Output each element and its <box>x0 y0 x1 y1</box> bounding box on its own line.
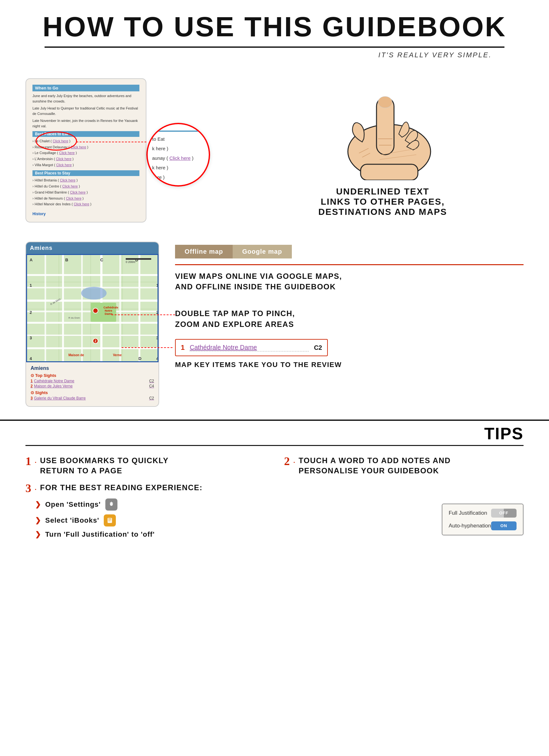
place-eat-4[interactable]: › L'Ambroisin ( Click here ) <box>32 156 139 162</box>
place-eat-2[interactable]: › Restaurant Delaunay ( Click here ) <box>32 144 139 150</box>
place-stay-4[interactable]: › Hôtel de Nemours ( Click here ) <box>32 195 139 201</box>
tips-divider <box>25 445 524 446</box>
subtitle: IT'S REALLY VERY SIMPLE. <box>19 51 530 59</box>
tips-title: TIPS <box>25 424 524 445</box>
place-stay-2[interactable]: › Hôtel du Centre ( Click here ) <box>32 183 139 189</box>
svg-text:3: 3 <box>156 336 158 340</box>
tip-3-text: FOR THE BEST READING EXPERIENCE: <box>40 483 203 493</box>
tip-1: 1 . USE BOOKMARKS TO QUICKLYRETURN TO A … <box>25 456 265 476</box>
place-eat-5[interactable]: › Villa Margot ( Click here ) <box>32 162 139 168</box>
map-image-area[interactable]: 1 2 A B C D 1 2 3 4 1 2 3 4 D <box>26 254 158 362</box>
tip-2-row: 2 . TOUCH A WORD TO ADD NOTES ANDPERSONA… <box>284 456 524 476</box>
svg-rect-63 <box>108 521 110 521</box>
svg-text:R du Dom: R du Dom <box>68 316 80 319</box>
hand-section: UNDERLINED TEXT LINKS TO OTHER PAGES, DE… <box>242 78 524 217</box>
svg-rect-61 <box>108 519 111 519</box>
key-coord: C2 <box>314 344 322 351</box>
tips-section: TIPS 1 . USE BOOKMARKS TO QUICKLYRETURN … <box>0 420 549 545</box>
svg-text:1: 1 <box>156 283 158 288</box>
best-stay-title: Best Places to Stay <box>32 170 139 176</box>
tip-3-sub-text-1: Open 'Settings' <box>45 500 101 509</box>
sight-item-1[interactable]: 1Cathédrale Notre Dame C2 <box>31 379 154 383</box>
map-phone-mock: Amiens <box>25 242 159 407</box>
hand-illustration <box>306 78 459 180</box>
tip-3-number: 3 <box>25 483 31 494</box>
tip-2: 2 . TOUCH A WORD TO ADD NOTES ANDPERSONA… <box>284 456 524 476</box>
svg-text:2: 2 <box>95 339 96 343</box>
sight-item-2[interactable]: 2Maison de Jules Verne C4 <box>31 384 154 388</box>
map-buttons-row: Offline map Google map <box>175 245 524 258</box>
zoom-circle: to Eat k here ) aunay ( Click here ) k h… <box>146 123 210 187</box>
map-key-box[interactable]: 1 Cathédrale Notre Dame C2 <box>175 339 328 356</box>
toggle-panel-container: Full Justification OFF Auto-hyphenation … <box>284 483 524 539</box>
tip-3: 3 . FOR THE BEST READING EXPERIENCE: ❯ O… <box>25 483 265 539</box>
svg-rect-62 <box>108 520 111 520</box>
underlined-text-label: UNDERLINED TEXT LINKS TO OTHER PAGES, DE… <box>318 187 447 217</box>
key-number: 1 <box>181 343 185 352</box>
place-stay-5[interactable]: › Hôtel Manoir des Indes ( Click here ) <box>32 201 139 207</box>
sight-name-1: Cathédrale Notre Dame <box>34 379 74 383</box>
tip-3-dot: . <box>34 483 37 491</box>
tip-1-dot: . <box>34 456 37 464</box>
svg-text:Maison de: Maison de <box>68 353 84 357</box>
svg-text:Verne: Verne <box>113 353 122 357</box>
svg-rect-29 <box>138 255 140 362</box>
sight-coord-2: C4 <box>149 384 154 388</box>
page-title: HOW TO USE THIS GUIDEBOOK <box>19 13 530 41</box>
svg-text:Cathédrale: Cathédrale <box>103 306 118 309</box>
tip-1-row: 1 . USE BOOKMARKS TO QUICKLYRETURN TO A … <box>25 456 265 476</box>
svg-text:D: D <box>138 356 141 361</box>
tip-3-sub-1: ❯ Open 'Settings' <box>35 498 265 511</box>
offline-map-button[interactable]: Offline map <box>175 245 233 258</box>
place-eat-3[interactable]: › Le Coquillage ( Click here ) <box>32 150 139 156</box>
map-info-panel: Offline map Google map VIEW MAPS ONLINE … <box>175 242 524 369</box>
label-line1: UNDERLINED TEXT <box>318 187 447 197</box>
toggle-off-label: OFF <box>499 511 509 515</box>
sight-name-3: Galerie du Vitrail Claude Barre <box>34 396 86 400</box>
google-map-button[interactable]: Google map <box>233 245 292 258</box>
key-name[interactable]: Cathédrale Notre Dame <box>190 344 309 351</box>
sight-num-3: 3 <box>31 396 33 400</box>
tip-3-sub-items: ❯ Open 'Settings' ❯ Select 'iBooks' <box>25 498 265 539</box>
svg-text:0    200m: 0 200m <box>126 260 135 264</box>
toggle-switch-off[interactable]: OFF <box>491 509 517 518</box>
zoom-item-3[interactable]: aunay ( Click here ) <box>152 153 204 163</box>
double-tap-description: DOUBLE TAP MAP TO PINCH,ZOOM AND EXPLORE… <box>175 308 524 329</box>
svg-rect-28 <box>119 255 121 362</box>
zoom-item-4: k here ) <box>152 163 204 173</box>
section-links: When to Go June and early July Enjoy the… <box>0 72 549 235</box>
arrow-icon-3: ❯ <box>35 530 41 539</box>
label-line3: DESTINATIONS AND MAPS <box>318 207 447 217</box>
best-eat-title: Best Places to Eat <box>32 131 139 137</box>
toggle-switch-on[interactable]: ON <box>491 521 517 530</box>
svg-text:B: B <box>65 258 68 262</box>
svg-rect-24 <box>45 255 46 362</box>
map-description: VIEW MAPS ONLINE VIA GOOGLE MAPS,AND OFF… <box>175 271 524 292</box>
ibooks-icon <box>104 514 116 526</box>
zoom-item-1: to Eat <box>152 134 204 144</box>
tip-2-text: TOUCH A WORD TO ADD NOTES ANDPERSONALISE… <box>299 456 451 476</box>
arrow-icon-2: ❯ <box>35 516 41 525</box>
svg-text:C: C <box>100 258 103 262</box>
label-line2: LINKS TO OTHER PAGES, <box>318 197 447 207</box>
map-city-header: Amiens <box>26 242 158 254</box>
map-section-divider <box>175 264 524 265</box>
svg-rect-25 <box>62 255 64 362</box>
place-stay-1[interactable]: › Hôtel Bretania ( Click here ) <box>32 177 139 183</box>
tip-1-number: 1 <box>25 456 31 467</box>
sight-item-3[interactable]: 3Galerie du Vitrail Claude Barre C2 <box>31 396 154 400</box>
history-link[interactable]: History <box>32 212 139 216</box>
svg-rect-26 <box>81 255 83 362</box>
when-to-go-text3: Late November In winter, join the crowds… <box>32 118 139 129</box>
tips-grid: 1 . USE BOOKMARKS TO QUICKLYRETURN TO A … <box>25 456 524 539</box>
tip-3-sub-text-2: Select 'iBooks' <box>45 516 99 525</box>
place-stay-3[interactable]: › Grand Hôtel Barrière ( Click here ) <box>32 189 139 195</box>
svg-point-36 <box>94 309 97 312</box>
svg-text:3: 3 <box>30 336 32 340</box>
svg-text:2: 2 <box>156 310 158 315</box>
toggle-row-1: Full Justification OFF <box>449 509 517 518</box>
zoom-item-2: k here ) <box>152 144 204 153</box>
toggle-row-2: Auto-hyphenation ON <box>449 521 517 530</box>
dotted-line-to-key <box>122 347 172 348</box>
when-to-go-title: When to Go <box>32 85 139 91</box>
